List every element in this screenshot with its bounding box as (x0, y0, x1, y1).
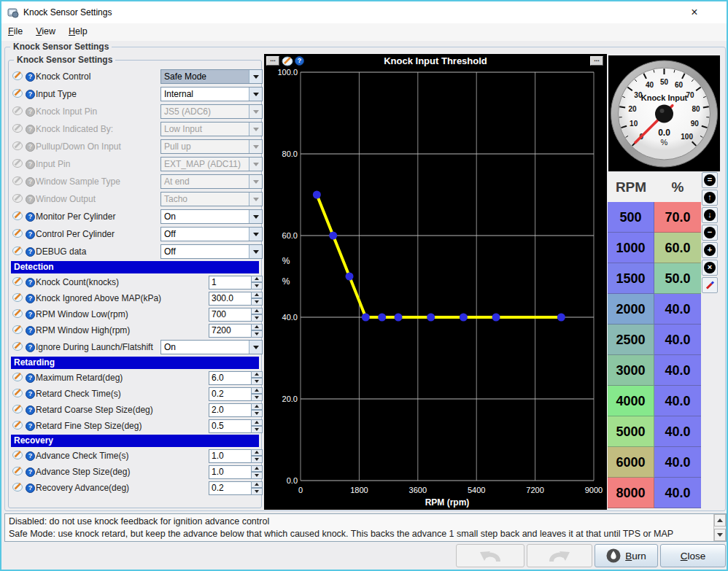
table-cell-pct[interactable]: 40.0 (654, 294, 701, 325)
shift-down-button[interactable]: ↓ (702, 207, 718, 223)
help-icon[interactable]: ? (26, 405, 35, 415)
spinner-down-icon[interactable] (251, 488, 263, 495)
chart-options-button[interactable]: ... (266, 56, 279, 66)
spinner-up-icon[interactable] (251, 481, 263, 489)
help-icon[interactable]: ? (26, 467, 35, 477)
chart-point[interactable] (329, 232, 337, 240)
spinner-input[interactable]: 0.5 (209, 419, 251, 433)
menu-view[interactable]: View (29, 23, 62, 36)
spinner-up-icon[interactable] (251, 387, 263, 395)
increment-button[interactable]: + (702, 242, 718, 258)
menu-file[interactable]: File (1, 23, 29, 36)
table-cell-pct[interactable]: 40.0 (654, 355, 701, 386)
spinner-input[interactable]: 6.0 (209, 371, 251, 385)
table-cell-pct[interactable]: 40.0 (654, 478, 701, 508)
spinner-input[interactable]: 1 (209, 276, 251, 290)
spinner-down-icon[interactable] (251, 394, 263, 401)
spinner-up-icon[interactable] (251, 403, 263, 411)
help-icon[interactable]: ? (26, 90, 35, 99)
spinner-down-icon[interactable] (251, 410, 263, 417)
table-cell-rpm[interactable]: 5000 (608, 416, 654, 447)
spinner-input[interactable]: 700 (209, 308, 251, 322)
table-cell-rpm[interactable]: 6000 (608, 447, 654, 478)
spinner-input[interactable]: 7200 (209, 324, 251, 338)
table-cell-pct[interactable]: 40.0 (654, 416, 701, 447)
chart-point[interactable] (492, 314, 500, 322)
table-cell-rpm[interactable]: 500 (608, 202, 654, 233)
table-cell-rpm[interactable]: 2500 (608, 325, 654, 355)
help-icon[interactable]: ? (26, 212, 35, 222)
spinner-down-icon[interactable] (251, 456, 263, 463)
help-icon[interactable]: ? (26, 389, 35, 399)
spinner-input[interactable]: 0.2 (209, 481, 251, 495)
help-icon[interactable]: ? (26, 72, 35, 82)
clear-button[interactable]: × (702, 260, 718, 276)
help-icon[interactable]: ? (26, 343, 35, 352)
chart-point[interactable] (557, 314, 565, 322)
table-cell-rpm[interactable]: 2000 (608, 294, 654, 325)
close-button[interactable]: Close (660, 544, 726, 567)
chevron-down-icon[interactable] (249, 210, 262, 223)
chart-edit-pencil-icon[interactable] (282, 55, 293, 69)
chart-help-icon[interactable]: ? (295, 56, 304, 66)
decrement-button[interactable]: − (702, 225, 718, 241)
table-cell-pct[interactable]: 60.0 (654, 233, 701, 263)
table-cell-rpm[interactable]: 1500 (608, 263, 654, 294)
spinner-up-icon[interactable] (251, 371, 263, 378)
setting-combo[interactable]: Off (160, 227, 263, 241)
table-cell-pct[interactable]: 70.0 (654, 202, 701, 233)
help-icon[interactable]: ? (26, 177, 35, 187)
help-icon[interactable]: ? (26, 107, 35, 117)
setting-combo[interactable]: Safe Mode (160, 69, 263, 84)
help-icon[interactable]: ? (26, 230, 35, 239)
table-cell-rpm[interactable]: 3000 (608, 355, 654, 386)
table-cell-rpm[interactable]: 8000 (608, 478, 654, 508)
spinner-down-icon[interactable] (251, 378, 263, 385)
scroll-up-icon[interactable] (714, 514, 726, 527)
chevron-down-icon[interactable] (249, 228, 262, 241)
chart-point[interactable] (378, 314, 386, 322)
chart-point[interactable] (362, 314, 370, 322)
spinner-up-icon[interactable] (251, 465, 263, 473)
help-icon[interactable]: ? (26, 373, 35, 383)
table-cell-pct[interactable]: 50.0 (654, 263, 701, 294)
spinner-input[interactable]: 300.0 (209, 292, 251, 306)
spinner-up-icon[interactable] (251, 276, 263, 283)
table-cell-pct[interactable]: 40.0 (654, 386, 701, 416)
chevron-down-icon[interactable] (249, 88, 262, 101)
setting-combo[interactable]: On (160, 340, 263, 354)
chevron-down-icon[interactable] (249, 70, 262, 83)
spinner-down-icon[interactable] (251, 314, 263, 322)
help-icon[interactable]: ? (26, 278, 35, 287)
shift-up-button[interactable]: ↑ (702, 190, 718, 206)
scroll-down-icon[interactable] (714, 529, 726, 541)
spinner-down-icon[interactable] (251, 330, 263, 338)
help-icon[interactable]: ? (26, 326, 35, 335)
window-close-button[interactable]: × (686, 4, 702, 20)
chevron-down-icon[interactable] (249, 245, 262, 258)
setting-combo[interactable]: On (160, 209, 263, 224)
spinner-down-icon[interactable] (251, 426, 263, 433)
table-cell-pct[interactable]: 40.0 (654, 325, 701, 355)
threshold-chart[interactable]: 0180036005400720090000.020.040.060.080.0… (264, 54, 607, 510)
help-icon[interactable]: ? (26, 160, 35, 169)
help-icon[interactable]: ? (26, 142, 35, 152)
chevron-down-icon[interactable] (249, 341, 262, 354)
spinner-input[interactable]: 2.0 (209, 403, 251, 417)
spinner-up-icon[interactable] (251, 449, 263, 457)
table-cell-rpm[interactable]: 4000 (608, 386, 654, 416)
help-icon[interactable]: ? (26, 451, 35, 461)
spinner-down-icon[interactable] (251, 298, 263, 306)
spinner-input[interactable]: 1.0 (209, 449, 251, 463)
help-icon[interactable]: ? (26, 310, 35, 319)
menu-help[interactable]: Help (62, 23, 94, 36)
table-cell-pct[interactable]: 40.0 (654, 447, 701, 478)
help-icon[interactable]: ? (26, 422, 35, 431)
help-icon[interactable]: ? (26, 247, 35, 257)
help-icon[interactable]: ? (26, 195, 35, 204)
equalize-button[interactable]: = (702, 172, 718, 188)
burn-button[interactable]: Burn (595, 544, 658, 567)
spinner-down-icon[interactable] (251, 282, 263, 290)
description-scrollbar[interactable] (713, 514, 726, 541)
chart-point[interactable] (346, 273, 354, 281)
